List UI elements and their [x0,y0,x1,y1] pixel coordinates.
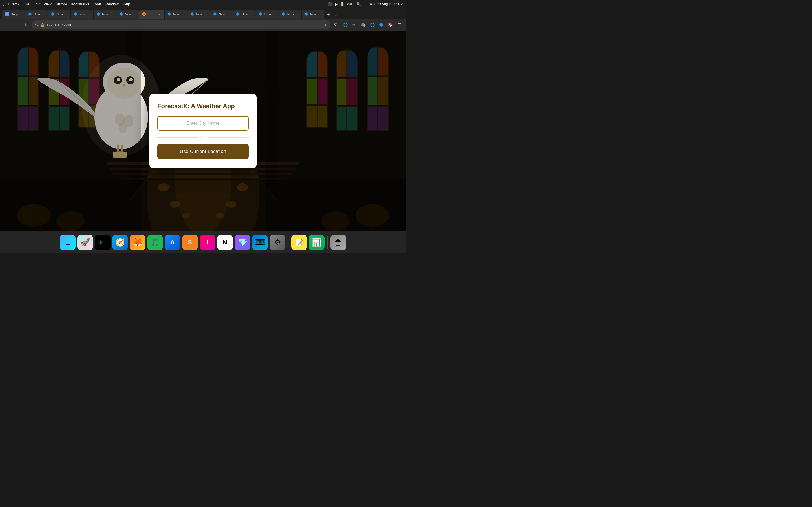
dock-item-finder[interactable]: 🖥 [60,235,75,250]
menubar-help[interactable]: Help [123,2,130,6]
tab-favicon-new-12: 🔷 [305,12,308,16]
tab-favicon-new-1: 🔷 [28,12,32,16]
extension-icon-4[interactable]: 🌐 [368,21,376,29]
tab-label-new-10: New [264,12,271,16]
menu-button[interactable]: ☰ [395,21,403,29]
tab-new-4[interactable]: 🔷 New [94,10,116,18]
svg-rect-8 [18,48,28,76]
dock-item-crystal[interactable]: 💎 [235,235,250,250]
tab-label-new-6: New [173,12,180,16]
dock-item-numbers[interactable]: 📊 [309,235,324,250]
tab-new-8[interactable]: 🔷 New [210,10,233,18]
svg-rect-17 [49,51,59,77]
dock-item-stickies[interactable]: 📝 [291,235,307,250]
tab-forecast[interactable]: 🦊 For… ✕ [139,10,164,18]
dock-item-spotify[interactable]: 🎵 [147,235,163,250]
svg-rect-29 [89,79,99,104]
svg-rect-9 [29,48,38,76]
svg-rect-37 [368,77,378,106]
media-icon[interactable]: ▶ [335,2,338,6]
screen-record-icon[interactable]: ⬛ [328,2,333,6]
menubar-view[interactable]: View [44,2,52,6]
tab-drop[interactable]: D Drop [2,10,25,18]
menubar-app-name[interactable]: Firefox [8,2,19,6]
svg-rect-47 [347,79,357,106]
dock-item-terminal[interactable]: $_ [95,235,110,250]
back-button[interactable]: ← [3,21,11,29]
svg-point-64 [321,211,350,231]
tab-new-1[interactable]: 🔷 New [25,10,48,18]
menubar-edit[interactable]: Edit [33,2,40,6]
extension-icon-2[interactable]: ✏ [350,21,358,29]
menubar-icons: ⬛ ▶ 🔋 WiFi 🔍 ☰ [328,2,366,6]
tab-label-forecast: For… [148,12,156,16]
forward-button[interactable]: → [12,21,20,29]
sublime-icon: S [188,239,192,246]
city-name-input[interactable] [157,116,249,131]
tab-favicon-new-3: 🔷 [73,12,78,16]
dock-item-trash[interactable]: 🗑 [331,235,346,250]
svg-rect-26 [79,52,89,77]
dock-item-launchpad[interactable]: 🚀 [77,235,93,250]
weather-app-card: ForecastX: A Weather App or Use Current … [149,94,257,168]
svg-point-71 [94,84,148,149]
svg-rect-35 [368,48,378,76]
dock-item-vscode[interactable]: ⌨ [252,235,268,250]
address-bar[interactable]: 🛡 🔒 127.0.0.1:5500 ★ [32,20,331,29]
menubar-tools[interactable]: Tools [93,2,101,6]
tab-favicon-new-2: 🔷 [51,12,55,16]
apple-menu-icon[interactable]:  [3,2,4,6]
tab-new-10[interactable]: 🔷 New [256,10,278,18]
search-icon[interactable]: 🔍 [356,2,361,6]
spotify-icon: 🎵 [150,238,160,247]
reload-button[interactable]: ↻ [22,21,30,29]
menubar-file[interactable]: File [23,2,29,6]
tab-new-2[interactable]: 🔷 New [48,10,70,18]
menubar-bookmarks[interactable]: Bookmarks [71,2,89,6]
battery-icon[interactable]: 🔋 [340,2,345,6]
control-center-icon[interactable]: ☰ [363,2,366,6]
svg-marker-2 [99,165,307,231]
svg-rect-91 [0,179,406,231]
tab-overflow-chevron[interactable]: ⌄ [333,12,340,18]
tab-new-12[interactable]: 🔷 New [302,10,324,18]
svg-rect-86 [110,168,296,170]
extension-icon-6[interactable]: 📚 [386,21,394,29]
use-current-location-button[interactable]: Use Current Location [157,144,249,159]
menubar-history[interactable]: History [56,2,67,6]
dock-item-system-preferences[interactable]: ⚙ [269,235,285,250]
dock-item-sublime[interactable]: S [182,235,198,250]
svg-point-68 [226,201,236,208]
safari-icon: 🧭 [115,238,125,247]
tab-close-forecast[interactable]: ✕ [158,12,161,16]
bookmark-star-icon[interactable]: ★ [324,23,327,27]
tab-new-5[interactable]: 🔷 New [116,10,139,18]
wifi-icon[interactable]: WiFi [347,2,354,6]
tab-new-9[interactable]: 🔷 New [233,10,256,18]
tab-favicon-new-8: 🔷 [213,12,217,16]
dock-separator [288,236,289,249]
tab-bar: D Drop 🔷 New 🔷 New 🔷 New 🔷 New 🔷 New 🦊 F… [0,8,406,18]
svg-point-76 [117,78,120,81]
svg-rect-5 [0,31,127,231]
extension-icon-3[interactable]: 🎭 [359,21,367,29]
stickies-icon: 📝 [296,239,303,246]
brave-shield-icon[interactable]: 🛡 [332,21,340,29]
dock-item-intellij[interactable]: I [200,235,215,250]
tab-favicon-new-4: 🔷 [96,12,100,16]
extension-icon-5[interactable]: 🔷 [377,21,385,29]
dock-item-appstore[interactable]: A [165,235,181,250]
dock-item-firefox[interactable]: 🦊 [130,235,146,250]
tab-new-7[interactable]: 🔷 New [188,10,210,18]
tab-new-6[interactable]: 🔷 New [165,10,187,18]
svg-rect-82 [121,145,123,154]
tab-new-11[interactable]: 🔷 New [279,10,301,18]
extension-icon-1[interactable]: 🌐 [341,21,349,29]
svg-point-63 [355,204,389,227]
tab-new-3[interactable]: 🔷 New [71,10,93,18]
menubar-window[interactable]: Window [105,2,118,6]
tab-favicon-new-7: 🔷 [190,12,194,16]
dock-item-safari[interactable]: 🧭 [112,235,128,250]
new-tab-button[interactable]: + [324,11,333,18]
dock-item-notion[interactable]: N [217,235,233,250]
